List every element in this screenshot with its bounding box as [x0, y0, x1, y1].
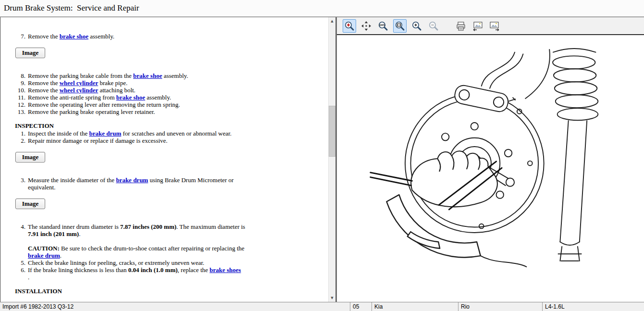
text-segment: assembly. — [88, 33, 114, 40]
text-segment: , replace the — [178, 266, 210, 274]
scroll-up-icon[interactable]: ▲ — [329, 17, 335, 25]
text-segment: Inspect the inside of the — [28, 130, 89, 137]
list-item: 6.If the brake lining thickness is less … — [15, 266, 325, 274]
section-heading: INSPECTION — [15, 122, 325, 129]
image-prev-icon — [472, 21, 483, 31]
image-button[interactable]: Image — [15, 152, 45, 162]
image-button[interactable]: Image — [15, 48, 45, 58]
image-button-row: Image — [15, 48, 325, 58]
magnifier-100-icon: 100% — [378, 21, 388, 31]
fit-to-window-button[interactable] — [393, 19, 407, 33]
text-segment: . The maximum diameter is — [176, 223, 245, 230]
text-segment: Remove the — [28, 79, 60, 87]
image-button[interactable]: Image — [15, 199, 45, 209]
item-text: Remove the anti-rattle spring from brake… — [28, 94, 171, 101]
text-segment: Remove the — [28, 87, 60, 94]
part-link[interactable]: brake drum — [116, 176, 148, 184]
list-item: 9.Remove the wheel cylinder brake pipe. — [15, 79, 325, 87]
status-bar: Import #6 1982-2013 Q3-1205KiaRioL4-1.6L — [0, 302, 644, 311]
item-text: Check the brake linings for peeling, cra… — [28, 259, 204, 266]
scrollbar-thumb[interactable] — [329, 106, 335, 157]
item-text: Remove the parking brake operating lever… — [28, 108, 155, 115]
magnifier-plus-icon — [344, 21, 355, 31]
text-segment: for scratches and uneven or abnormal wea… — [121, 130, 232, 137]
image-button-row: Image — [15, 199, 325, 209]
brake-assembly-illustration — [343, 42, 639, 301]
item-number: 9. — [15, 79, 28, 87]
list-item: 1.Inspect the inside of the brake drum f… — [15, 130, 325, 137]
zoom-100-button[interactable]: 100% — [376, 19, 390, 33]
list-item: 8.Remove the parking brake cable from th… — [15, 72, 325, 79]
zoom-in-button[interactable] — [410, 19, 423, 33]
item-text: Remove the wheel cylinder attaching bolt… — [28, 87, 136, 94]
text-segment: attaching bolt. — [98, 87, 136, 94]
text-segment: . — [60, 252, 62, 259]
part-link[interactable]: brake drum — [28, 252, 60, 259]
list-item: 4.The standard inner drum diameter is 7.… — [15, 223, 325, 237]
item-text: The standard inner drum diameter is 7.87… — [28, 223, 249, 237]
list-item: 5.Check the brake linings for peeling, c… — [15, 259, 325, 266]
text-segment: Measure the inside diameter of the — [28, 176, 116, 184]
paragraph: . — [15, 274, 325, 281]
next-image-button[interactable] — [488, 19, 501, 33]
image-toolbar: 100% — [337, 17, 644, 35]
item-number: 4. — [15, 223, 28, 237]
part-link[interactable]: brake shoe — [60, 33, 88, 40]
page-title-text: Drum Brake System: Service and Repair — [4, 3, 139, 13]
item-number: 6. — [15, 266, 28, 274]
zoom-region-button[interactable] — [343, 19, 356, 33]
item-text: Remove the wheel cylinder brake pipe. — [28, 79, 127, 87]
image-button-row: Image — [15, 152, 325, 162]
item-number: 7. — [15, 33, 28, 40]
item-number: 12. — [15, 101, 28, 108]
document-content: 7.Remove the brake shoe assembly.Image8.… — [0, 17, 328, 302]
page-title: Drum Brake System: Service and Repair — [0, 0, 644, 17]
text-segment: Remove the — [28, 33, 60, 40]
item-text: . — [28, 274, 29, 281]
item-text: Inspect the inside of the brake drum for… — [28, 130, 232, 137]
part-link[interactable]: brake shoe — [133, 72, 162, 79]
status-cell: Kia — [372, 302, 458, 311]
item-text: Remove the parking brake cable from the … — [28, 72, 188, 79]
item-text: If the brake lining thickness is less th… — [28, 266, 241, 274]
text-segment: 0.04 inch (1.0 mm) — [128, 266, 178, 274]
scroll-down-icon[interactable]: ▼ — [329, 294, 335, 302]
list-item: 2.Repair minor damage or replace if dama… — [15, 137, 325, 144]
text-segment: Check the brake linings for peeling, cra… — [28, 259, 204, 266]
item-number: 5. — [15, 259, 28, 266]
item-number — [15, 245, 28, 259]
main-split: 7.Remove the brake shoe assembly.Image8.… — [0, 17, 644, 302]
part-link[interactable]: wheel cylinder — [60, 87, 99, 94]
paragraph: CAUTION: Be sure to check the drum-to-sh… — [15, 245, 325, 259]
text-segment: 7.87 inches (200 mm) — [120, 223, 176, 230]
prev-image-button[interactable] — [471, 19, 484, 33]
list-item: 7.Remove the brake shoe assembly. — [15, 33, 325, 40]
list-item: 11.Remove the anti-rattle spring from br… — [15, 94, 325, 101]
status-cell: Import #6 1982-2013 Q3-12 — [0, 302, 350, 311]
part-link[interactable]: brake shoe — [116, 94, 145, 101]
zoom-out-button — [427, 19, 440, 33]
print-button[interactable] — [454, 19, 468, 33]
document-panel: 7.Remove the brake shoe assembly.Image8.… — [0, 17, 335, 302]
item-number: 3. — [15, 176, 28, 191]
list-item: 13.Remove the parking brake operating le… — [15, 108, 325, 115]
item-text: Remove the brake shoe assembly. — [28, 33, 114, 40]
image-panel: 100% — [337, 17, 644, 302]
item-number: 13. — [15, 108, 28, 115]
part-link[interactable]: brake drum — [89, 130, 121, 137]
text-segment: Remove the operating lever after removin… — [28, 101, 180, 108]
status-cell: L4-1.6L — [542, 302, 644, 311]
pan-arrows-icon — [361, 21, 372, 31]
item-number: 1. — [15, 130, 28, 137]
item-text: Repair minor damage or replace if damage… — [28, 137, 168, 144]
item-text: CAUTION: Be sure to check the drum-to-sh… — [28, 245, 249, 259]
pan-button[interactable] — [359, 19, 373, 33]
text-segment: Remove the parking brake cable from the — [28, 72, 133, 79]
part-link[interactable]: wheel cylinder — [60, 79, 99, 87]
part-link[interactable]: brake shoes — [210, 266, 241, 274]
text-segment: If the brake lining thickness is less th… — [28, 266, 128, 274]
scrollbar-track[interactable] — [329, 25, 335, 294]
vertical-scrollbar[interactable]: ▲ ▼ — [328, 17, 335, 302]
text-segment: assembly. — [162, 72, 188, 79]
text-segment: Be sure to check the drum-to-shoe contac… — [60, 245, 245, 252]
